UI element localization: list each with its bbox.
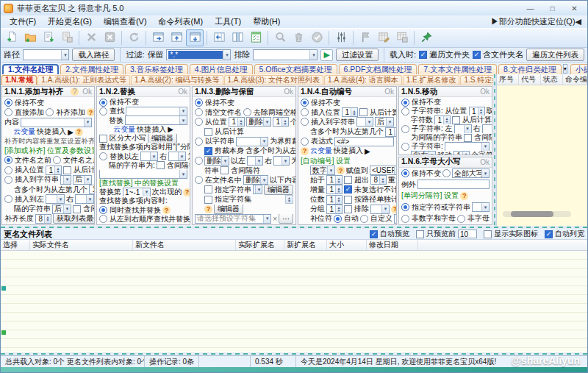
checkbox-icon[interactable]	[204, 147, 212, 155]
spinner[interactable]: 1▲ ▼	[89, 185, 94, 194]
combo[interactable]: ▾	[472, 202, 490, 212]
keep-filter-combo[interactable]: *.*▾	[166, 49, 231, 60]
checkbox[interactable]: 含间隔符	[157, 161, 190, 170]
radio-icon[interactable]	[4, 108, 12, 116]
radio[interactable]	[195, 157, 203, 165]
spinner[interactable]: 1▲ ▼	[46, 166, 62, 175]
radio[interactable]: 保持不变	[301, 98, 340, 107]
combo[interactable]: 后▾	[375, 117, 394, 127]
spinner[interactable]: 8▲ ▼	[370, 175, 387, 185]
radio-icon[interactable]	[401, 143, 409, 151]
checkbox-icon[interactable]	[157, 161, 165, 169]
chevron-down-icon[interactable]: ▾	[84, 176, 91, 184]
file-list-body[interactable]	[1, 251, 587, 352]
tab-main-4[interactable]: 4.图片信息处理	[190, 64, 253, 74]
checkbox-icon[interactable]	[73, 205, 81, 213]
radio[interactable]: 从位置	[195, 117, 227, 127]
radio[interactable]: 保持不变	[401, 98, 441, 107]
checkbox[interactable]: 排除	[344, 205, 369, 214]
radio-icon[interactable]	[195, 108, 203, 116]
chevron-down-icon[interactable]: ▾	[481, 203, 489, 211]
main-tabs-more-button[interactable]: ▾	[563, 64, 567, 74]
spinner[interactable]: 8▲ ▼	[35, 214, 51, 224]
tab-sub-1[interactable]: 1.A.高级(1): 正则表达式等	[37, 75, 130, 85]
exception-input[interactable]	[417, 180, 490, 189]
cloud-var-link[interactable]: 云变量	[13, 127, 35, 137]
chevron-down-icon[interactable]: ▾	[179, 107, 187, 116]
option-自动预览[interactable]: 自动预览	[370, 229, 409, 239]
traverse-folders-checkbox[interactable]: 遍历文件夹	[419, 49, 470, 60]
minimize-button[interactable]: —	[520, 3, 540, 14]
combo[interactable]: ▾	[168, 152, 186, 160]
combo[interactable]: ▾	[99, 170, 187, 179]
spinner-buttons[interactable]: ▲ ▼	[54, 166, 61, 174]
help-icon[interactable]: ?	[337, 166, 345, 174]
checkbox-icon[interactable]	[204, 185, 212, 193]
radio-icon[interactable]	[401, 169, 409, 177]
radio-icon[interactable]	[195, 138, 203, 146]
radio-icon[interactable]	[4, 99, 12, 107]
chevron-down-icon[interactable]: ▾	[86, 195, 93, 203]
traverse-list-button[interactable]: 遍历文件列表	[526, 49, 584, 61]
exclude-filter-combo[interactable]: ▾	[253, 49, 318, 60]
help-icon[interactable]: ?	[71, 88, 79, 96]
combo[interactable]: ▾	[236, 137, 268, 146]
radio[interactable]: 自定义	[360, 214, 392, 224]
radio[interactable]: 保持不变	[99, 98, 139, 107]
radio[interactable]: 非字母	[457, 213, 490, 224]
combo[interactable]: ▾	[75, 194, 94, 204]
expression-input[interactable]: <#>	[334, 137, 394, 146]
spinner-buttons[interactable]: ▲ ▼	[335, 205, 342, 213]
checkbox-icon[interactable]	[344, 205, 352, 213]
clear-icon[interactable]: ×	[273, 215, 277, 223]
apply-filter-button[interactable]: ▶	[320, 49, 332, 61]
link[interactable]: 云变量	[310, 146, 332, 156]
radio-icon[interactable]	[401, 107, 409, 116]
tab-main-3[interactable]: 3.音乐标签处理	[125, 64, 188, 74]
radio[interactable]: 插入位置	[301, 107, 340, 117]
menu-item-3[interactable]: 命令列表(M)	[153, 15, 209, 28]
option-显示实际图标[interactable]: 显示实际图标	[484, 229, 538, 239]
tune-button[interactable]	[332, 29, 350, 46]
find-radio[interactable]: 查找	[99, 107, 124, 116]
combo[interactable]: 1~-1▾	[123, 188, 151, 196]
preset-charset-combo[interactable]: 请选择预设字符集▾	[195, 214, 271, 224]
spinner-buttons[interactable]: ▲ ▼	[379, 176, 386, 184]
combo[interactable]: ▾	[140, 152, 158, 160]
radio-icon[interactable]	[401, 203, 409, 211]
checkbox[interactable]: 剪裁本身	[204, 146, 244, 156]
radio-icon[interactable]	[442, 169, 451, 177]
combo[interactable]: 后▾	[52, 205, 71, 214]
radio-icon[interactable]	[401, 125, 409, 133]
radio[interactable]: 子字符串: 左	[401, 124, 453, 133]
checkbox-icon[interactable]	[63, 166, 71, 174]
tab-main-2[interactable]: 2.文件属性处理	[60, 64, 123, 74]
radio[interactable]: 文件名之前	[4, 155, 51, 165]
help-icon[interactable]: ?	[87, 108, 94, 116]
checkbox[interactable]: 指定字符集	[204, 195, 251, 205]
chevron-down-icon[interactable]: ▾	[221, 157, 229, 165]
radio[interactable]: 指定字符或字符串	[401, 202, 470, 213]
radio-icon[interactable]	[99, 215, 107, 223]
chevron-down-icon[interactable]: ▾	[428, 152, 435, 155]
radio[interactable]: 文件名之后	[53, 155, 94, 165]
radio[interactable]: 在文件名中	[195, 175, 242, 185]
checkbox[interactable]: 含间隔符	[220, 166, 260, 175]
pane-down-button[interactable]	[186, 29, 204, 46]
tab-sub-3[interactable]: 1.A.高级(3): 文件名对照列表	[224, 75, 324, 85]
tab-main-1[interactable]: 1.文件名处理	[2, 64, 59, 74]
chevron-down-icon[interactable]: ▾	[386, 118, 393, 126]
checkbox-icon[interactable]	[473, 51, 481, 59]
radio[interactable]: 子字符串: 从位置	[401, 107, 467, 116]
spinner[interactable]: 1▲ ▼	[453, 151, 470, 155]
radio-icon[interactable]	[457, 215, 465, 223]
updown-icon[interactable]: ▲ ▼	[285, 195, 293, 204]
button[interactable]: 编辑器	[214, 205, 243, 214]
radio[interactable]: 插入到字符串	[301, 117, 355, 127]
column-header-修改日期[interactable]: 修改日期	[367, 240, 418, 250]
option-自动列宽[interactable]: 自动列宽	[545, 229, 584, 239]
add-folder-button[interactable]	[21, 29, 39, 46]
checkbox[interactable]: 从后计算	[63, 166, 94, 175]
quick-locate-label[interactable]: ▶部分功能快速定位(Q)◀	[491, 16, 584, 27]
spinner[interactable]: 1▲ ▼	[326, 195, 343, 205]
